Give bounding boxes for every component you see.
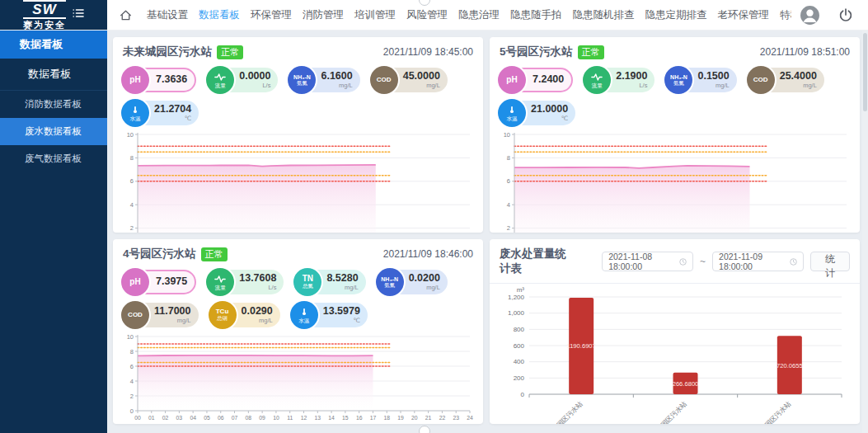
thermo-icon: 水温 [290,301,318,329]
topnav-item-3[interactable]: 消防管理 [303,8,344,22]
logo: SW 赛为安全 [0,0,107,30]
topnav-item-10[interactable]: 老环保管理 [718,8,770,22]
topnav-item-1[interactable]: 数据看板 [199,8,240,22]
topnav-item-9[interactable]: 隐患定期排查 [645,8,707,22]
panel-header: 5号园区污水站 正常 2021/11/09 18:51:00 [490,37,860,63]
svg-text:2: 2 [130,393,134,400]
topnav-item-0[interactable]: 基础设置 [147,8,188,22]
svg-text:4号园区污水站: 4号园区污水站 [757,400,792,424]
main-content: 未来城园区污水站 正常 2021/11/09 18:45:00 pH7.3636… [107,31,868,433]
sidebar-item-3[interactable]: 废水数据看板 [0,118,107,145]
topnav-item-5[interactable]: 风险管理 [406,8,448,22]
metric-nh3n: NH₃-N氨氮0.0200mg/L [376,268,448,296]
avatar[interactable] [800,5,820,26]
chart-area: 0246810000102030405060708091011121314151… [490,127,860,233]
svg-text:17: 17 [370,415,377,421]
logo-mark: SW [23,0,66,19]
panel-wastewater-stats: 废水处置量统计表 2021-11-08 18:00:00 ~ 2021-11-0… [490,239,860,424]
logo-text: SW 赛为安全 [23,0,66,30]
svg-text:400: 400 [514,358,525,365]
sidebar-item-0[interactable]: 数据看板 [0,31,107,59]
metric-cod: COD11.7000mg/L [121,301,199,329]
topnav-item-4[interactable]: 培训管理 [354,8,396,22]
metric-tcu: TCu总铜0.0290mg/L [209,301,280,329]
metric-tn: TN总氮8.5280mg/L [293,268,365,296]
svg-text:04: 04 [190,415,196,421]
metric-flow: 流量0.0000L/s [206,66,278,94]
pulse-icon: 流量 [206,66,234,94]
svg-text:6: 6 [130,177,134,185]
metric-label: COD [747,66,775,94]
scroll-indicator-bottom[interactable] [419,426,430,433]
svg-text:0: 0 [521,391,525,398]
topnav-item-2[interactable]: 环保管理 [251,8,292,22]
stats-button[interactable]: 统计 [810,252,850,271]
svg-text:2: 2 [130,224,134,232]
home-icon[interactable] [119,8,133,22]
topnav-item-8[interactable]: 隐患随机排查 [573,8,635,22]
svg-text:8: 8 [507,154,510,162]
sidebar-item-2[interactable]: 消防数据看板 [0,91,107,118]
ph-trend-chart: 0246810000102030405060708091011121314151… [493,129,855,233]
metric-nh3n: NH₃-N氨氮6.1600mg/L [288,66,359,94]
panel-station-no5: 5号园区污水站 正常 2021/11/09 18:51:00 pH7.2400流… [490,37,860,233]
sidebar-item-1[interactable]: 数据看板 [0,59,107,91]
svg-text:07: 07 [232,415,238,421]
metrics-row: pH7.2400流量2.1900L/sNH₃-N氨氮0.1500mg/LCOD2… [490,63,860,127]
topnav-item-6[interactable]: 隐患治理 [458,8,500,22]
svg-text:21: 21 [425,415,432,421]
chart-area: 0246810000102030405060708091011121314151… [113,329,483,424]
date-from-input[interactable]: 2021-11-08 18:00:00 [602,252,693,271]
metric-label: pH [121,268,149,296]
sidebar-item-4[interactable]: 废气数据看板 [0,145,107,172]
station-timestamp: 2021/11/09 18:46:00 [383,248,473,260]
svg-text:23: 23 [453,415,459,421]
svg-text:266.6800: 266.6800 [673,380,699,388]
svg-text:0: 0 [130,407,134,415]
stats-title: 废水处置量统计表 [500,247,574,276]
date-separator: ~ [700,256,706,267]
svg-text:11: 11 [287,415,293,421]
scrollbar[interactable] [862,31,868,433]
ph-trend-chart: 0246810000102030405060708091011121314151… [116,129,478,233]
metric-cod: COD45.0000mg/L [370,66,448,94]
date-to-value: 2021-11-09 18:00:00 [719,252,785,271]
metric-flow: 流量13.7608L/s [206,268,284,296]
svg-text:1190.6907: 1190.6907 [566,342,595,350]
topnav: 基础设置数据看板环保管理消防管理培训管理风险管理隐患治理隐患随手拍隐患随机排查隐… [107,0,791,30]
status-badge: 正常 [217,45,243,59]
metric-flow: 流量2.1900L/s [583,66,655,94]
status-badge: 正常 [578,45,604,59]
metric-label: NH₃-N氨氮 [376,268,404,296]
metric-ph: pH7.3975 [121,268,196,296]
metric-label: COD [121,301,149,329]
svg-text:08: 08 [246,415,252,421]
power-icon[interactable] [838,7,853,22]
topnav-item-11[interactable]: 特种设备管理 [780,8,791,22]
date-to-input[interactable]: 2021-11-09 18:00:00 [712,252,804,271]
clock-icon [790,257,797,266]
metric-label: pH [121,66,149,94]
status-badge: 正常 [201,247,228,261]
ph-trend-chart: 0246810000102030405060708091011121314151… [116,331,478,423]
svg-text:14: 14 [328,415,335,421]
station-title: 未来城园区污水站 [123,45,212,59]
svg-text:03: 03 [176,415,183,421]
scrollbar-thumb[interactable] [863,33,867,111]
sidebar-collapse-icon[interactable] [73,7,84,22]
svg-text:18: 18 [383,415,390,421]
svg-text:10: 10 [273,415,279,421]
svg-text:6: 6 [507,177,510,185]
disposal-bar-chart: 02004006008001,0001,200m³1190.6907未来城园区污… [491,285,855,424]
station-timestamp: 2021/11/09 18:45:00 [383,46,473,58]
panel-header: 未来城园区污水站 正常 2021/11/09 18:45:00 [113,37,483,63]
pulse-icon: 流量 [583,66,611,94]
svg-text:10: 10 [127,333,134,341]
dashboard-app: SW 赛为安全 基础设置数据看板环保管理消防管理培训管理风险管理隐患治理隐患随手… [0,0,868,433]
station-timestamp: 2021/11/09 18:51:00 [760,46,850,58]
clock-icon [679,257,687,266]
svg-text:720.0655: 720.0655 [777,362,803,369]
svg-text:06: 06 [218,415,224,421]
topnav-item-7[interactable]: 隐患随手拍 [510,8,562,22]
metrics-row: pH7.3636流量0.0000L/sNH₃-N氨氮6.1600mg/LCOD4… [113,63,483,127]
